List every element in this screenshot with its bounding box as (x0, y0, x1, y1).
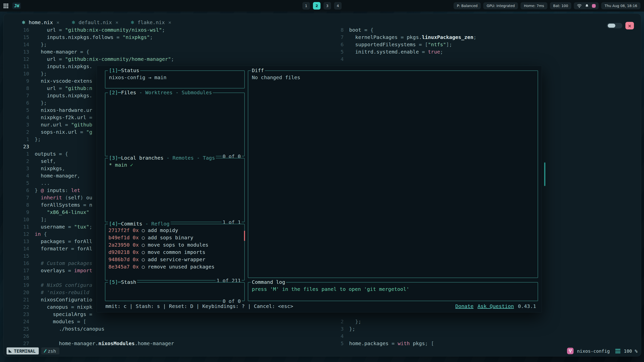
lazygit-stash-panel[interactable]: [5]─Stash 0 of 0 (105, 282, 245, 301)
workspace-4[interactable]: 4 (334, 2, 342, 10)
list-icon[interactable] (615, 349, 620, 353)
panel-title: [2]─Files - Worktrees - Submodules (108, 89, 213, 96)
code-line: 27 home-manager.nixosModules.home-manage… (11, 340, 331, 347)
system-tray (574, 2, 599, 9)
line-number: 1 (11, 150, 29, 158)
lazygit-files-panel[interactable]: [2]─Files - Worktrees - Submodules 0 of … (105, 93, 245, 156)
line-number: 6 (11, 99, 29, 107)
line-number: 16 (11, 260, 29, 267)
diff-content: No changed files (248, 71, 538, 84)
code-line: 12 url = "github:nix-community/home-mana… (11, 56, 331, 63)
tab-close-icon[interactable]: × (115, 19, 119, 25)
tab-close-icon[interactable]: × (168, 19, 172, 25)
line-number: 12 (11, 231, 29, 238)
line-number: 5 (11, 107, 29, 114)
gpu-widget[interactable]: GPU: Integrated (483, 2, 518, 9)
panel-title: [3]─Local branches - Remotes - Tags (108, 155, 216, 161)
shell-tab[interactable]: zsh (41, 347, 60, 354)
code-line: 7 kernelPackages = pkgs.linuxPackages_ze… (334, 34, 638, 41)
line-number: 6 (334, 41, 344, 48)
line-number: 14 (11, 245, 29, 252)
workspace-2[interactable]: 2 (313, 2, 320, 10)
app-launcher-icon[interactable] (4, 4, 8, 8)
tab-label: flake.nix (138, 19, 165, 25)
donate-link[interactable]: Donate (455, 303, 473, 309)
commit-row[interactable]: b49ef1d 0x ○ add sops binary (108, 234, 241, 241)
clock-widget[interactable]: Thu Aug 08, 18:16 (601, 2, 640, 9)
line-number: 6 (11, 187, 29, 194)
line-number: 23 (11, 143, 29, 150)
line-number: 13 (11, 238, 29, 245)
tab-home-nix[interactable]: ❄ home.nix × (22, 19, 60, 25)
panel-title: [4]─Commits - Reflog (108, 221, 171, 227)
lazygit-branches-panel[interactable]: [3]─Local branches - Remotes - Tags * ma… (105, 158, 245, 222)
workspace-1[interactable]: 1 (302, 2, 310, 10)
line-number: 1 (11, 136, 29, 143)
repo-name: nixos-config (577, 348, 610, 354)
code-line: 4 (334, 56, 638, 63)
network-latency-widget[interactable]: Home: 7ms (520, 2, 547, 9)
code-line: 3}; (334, 325, 638, 333)
commit-row[interactable]: d920218 0x ○ move common imports (108, 249, 241, 256)
line-number: 4 (11, 172, 29, 179)
editor-scrollbar[interactable] (544, 162, 545, 186)
code-line: 8boot = { (334, 26, 638, 34)
line-number: 15 (11, 252, 29, 260)
panel-title: [5]─Stash (108, 279, 137, 285)
line-number: 7 (11, 194, 29, 201)
lazygit-command-log-panel[interactable]: Command log press 'M' in the files panel… (248, 282, 538, 301)
line-number: 27 (11, 340, 29, 347)
line-number: 8 (11, 85, 29, 92)
panel-title: [1]─Status (108, 67, 140, 73)
line-number: 11 (11, 223, 29, 231)
line-number: 8 (11, 201, 29, 209)
lazygit-status-panel[interactable]: [1]─Status nixos-config → main (105, 70, 245, 88)
line-number: 19 (11, 282, 29, 289)
commit-row[interactable]: 8e345a7 0x ○ remove unused packages (108, 263, 241, 270)
logo-badge[interactable]: JW (12, 3, 21, 9)
commit-row[interactable]: 2717f2f 0x ○ add mopidy (108, 227, 241, 234)
line-number: 20 (11, 289, 29, 296)
lazygit-diff-panel[interactable]: Diff No changed files (248, 70, 538, 278)
commit-row[interactable]: 2a23950 0x ○ move sops to modules (108, 241, 241, 249)
commits-scrollbar[interactable] (244, 231, 245, 241)
color-profile-icon[interactable] (592, 4, 596, 8)
line-number: 14 (11, 41, 29, 48)
line-number: 2 (11, 128, 29, 136)
code-line: 13 home-manager = { (11, 48, 331, 56)
line-number: 24 (11, 318, 29, 325)
code-line: 4 (334, 333, 638, 340)
line-number: 3 (334, 325, 344, 333)
line-number: 17 (11, 267, 29, 274)
nix-snowflake-icon: ❄ (22, 20, 26, 25)
tab-flake-nix[interactable]: ❄ flake.nix × (131, 19, 172, 25)
ask-question-link[interactable]: Ask Question (477, 303, 514, 309)
line-number: 21 (11, 296, 29, 303)
keybinding-hints: mmit: c | Stash: s | Reset: D | Keybindi… (105, 303, 293, 309)
power-profile-widget[interactable]: P: Balanced (454, 2, 481, 9)
code-line: 15 inputs.nixpkgs.follows = "nixpkgs"; (11, 34, 331, 41)
top-bar: JW 1 2 3 4 P: Balanced GPU: Integrated H… (0, 0, 644, 12)
line-number: 8 (334, 26, 344, 34)
line-number: 22 (11, 303, 29, 311)
tab-close-icon[interactable]: × (56, 19, 60, 25)
editor-pane-right[interactable]: 8boot = {7 kernelPackages = pkgs.linuxPa… (334, 26, 638, 63)
lazygit-commits-panel[interactable]: [4]─Commits - Reflog 2717f2f 0x ○ add mo… (105, 224, 245, 281)
editor-pane-right-bottom[interactable]: 2 };3};45home.packages = with pkgs; [ (334, 318, 638, 347)
workspace-3[interactable]: 3 (324, 2, 331, 10)
notification-bell-icon[interactable] (585, 4, 589, 8)
code-line: 6 supportedFilesystems = ["ntfs"]; (334, 41, 638, 48)
commit-row[interactable]: 9486b7d 0x ○ add service-wrapper (108, 256, 241, 263)
line-number: 7 (11, 92, 29, 99)
line-number: 26 (11, 333, 29, 340)
code-line: 14 }; (11, 41, 331, 48)
wifi-icon[interactable] (577, 4, 582, 8)
line-number: 2 (11, 158, 29, 165)
shell-prompt-icon (44, 349, 47, 353)
panel-title: Diff (251, 67, 265, 73)
mode-label: TERMINAL (14, 348, 36, 354)
line-number: 5 (334, 340, 344, 347)
battery-widget[interactable]: Bat: 100 (550, 2, 572, 9)
line-number: 3 (11, 165, 29, 172)
tab-default-nix[interactable]: ❄ default.nix × (71, 19, 119, 25)
